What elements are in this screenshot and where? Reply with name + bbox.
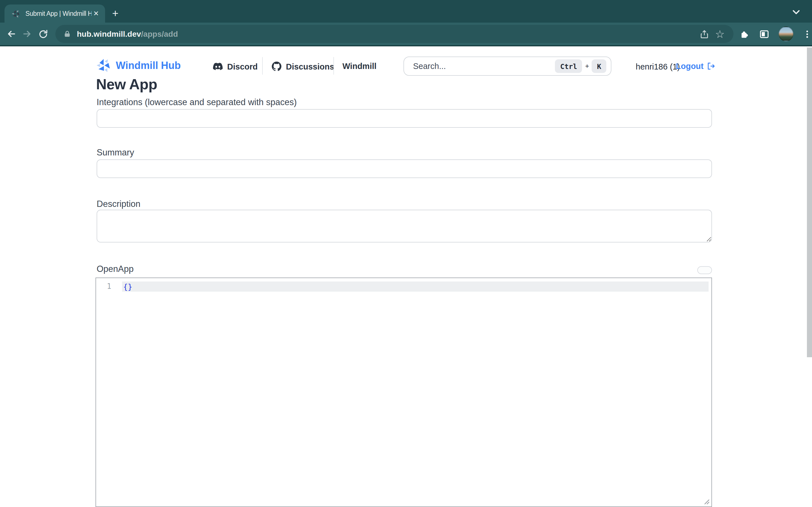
- browser-toolbar: hub.windmill.dev/apps/add ☆: [0, 22, 812, 46]
- nav-link-discord[interactable]: Discord: [213, 62, 258, 71]
- reload-button[interactable]: [35, 26, 51, 42]
- search-bar: Ctrl + K: [403, 57, 611, 76]
- back-button[interactable]: [3, 26, 19, 42]
- url-text: hub.windmill.dev/apps/add: [77, 30, 178, 39]
- nav-divider: [333, 57, 334, 75]
- username-text: henri186 (1): [636, 62, 680, 71]
- nav-label-discussions: Discussions: [286, 62, 334, 71]
- star-icon: ☆: [715, 29, 725, 39]
- toolbar-right-cluster: [739, 26, 812, 41]
- page-scrollbar[interactable]: [807, 48, 812, 357]
- bookmark-button[interactable]: ☆: [712, 26, 728, 42]
- description-textarea[interactable]: [97, 210, 712, 242]
- kbd-k: K: [592, 59, 606, 73]
- github-icon: [272, 62, 282, 71]
- logout-link[interactable]: Logout: [676, 62, 715, 71]
- browser-tab[interactable]: Submit App | Windmill Hub ✕: [4, 4, 105, 22]
- windmill-favicon-icon: [11, 9, 21, 18]
- logout-label: Logout: [676, 62, 703, 71]
- nav-divider: [262, 57, 263, 75]
- address-bar[interactable]: hub.windmill.dev/apps/add ☆: [55, 25, 734, 43]
- browser-window: Submit App | Windmill Hub ✕ +: [0, 0, 812, 507]
- summary-label: Summary: [97, 148, 134, 158]
- editor-line-number: 1: [96, 281, 119, 292]
- url-path: /apps/add: [141, 30, 178, 39]
- editor-code-text[interactable]: {}: [123, 281, 132, 292]
- reload-icon: [38, 29, 48, 39]
- side-panel-icon[interactable]: [759, 29, 770, 39]
- tab-title: Submit App | Windmill Hub: [25, 10, 91, 17]
- kbd-plus: +: [585, 62, 589, 70]
- kbd-ctrl: Ctrl: [555, 59, 582, 73]
- forward-arrow-icon: [21, 28, 33, 40]
- tab-search-chevron-icon[interactable]: [790, 6, 802, 18]
- page-viewport: Windmill Hub Discord Discussions Windmil…: [0, 48, 812, 507]
- nav-label-discord: Discord: [227, 62, 258, 71]
- description-label: Description: [97, 199, 140, 209]
- page-content: Windmill Hub Discord Discussions Windmil…: [0, 48, 812, 507]
- windmill-logo-icon[interactable]: [96, 58, 112, 73]
- share-icon: [699, 29, 709, 39]
- openapp-label: OpenApp: [97, 264, 134, 274]
- url-host: hub.windmill.dev: [77, 30, 141, 39]
- nav-link-discussions[interactable]: Discussions: [272, 62, 334, 71]
- tab-strip: Submit App | Windmill Hub ✕ +: [0, 0, 812, 22]
- browser-menu-icon[interactable]: [802, 29, 812, 39]
- page-title: New App: [96, 76, 157, 93]
- openapp-code-editor[interactable]: 1 {}: [96, 278, 712, 507]
- summary-input[interactable]: [97, 159, 712, 178]
- forward-button[interactable]: [19, 26, 35, 42]
- integrations-input[interactable]: [97, 109, 712, 128]
- discord-icon: [213, 62, 223, 71]
- editor-active-line: [122, 281, 708, 292]
- profile-avatar[interactable]: [779, 26, 793, 41]
- lock-icon: [63, 30, 71, 38]
- logout-icon: [706, 62, 715, 71]
- editor-resize-handle[interactable]: [701, 496, 710, 505]
- back-arrow-icon: [6, 28, 17, 40]
- nav-label-windmill: Windmill: [342, 62, 377, 71]
- nav-link-windmill[interactable]: Windmill: [342, 62, 377, 71]
- integrations-label: Integrations (lowercase and separated wi…: [97, 97, 297, 107]
- extensions-puzzle-icon[interactable]: [739, 29, 750, 39]
- openapp-toggle[interactable]: [697, 266, 712, 274]
- new-tab-button[interactable]: +: [109, 7, 122, 20]
- brand-title[interactable]: Windmill Hub: [116, 60, 181, 72]
- search-input[interactable]: [404, 58, 555, 75]
- tab-close-icon[interactable]: ✕: [91, 9, 101, 18]
- share-button[interactable]: [696, 26, 712, 42]
